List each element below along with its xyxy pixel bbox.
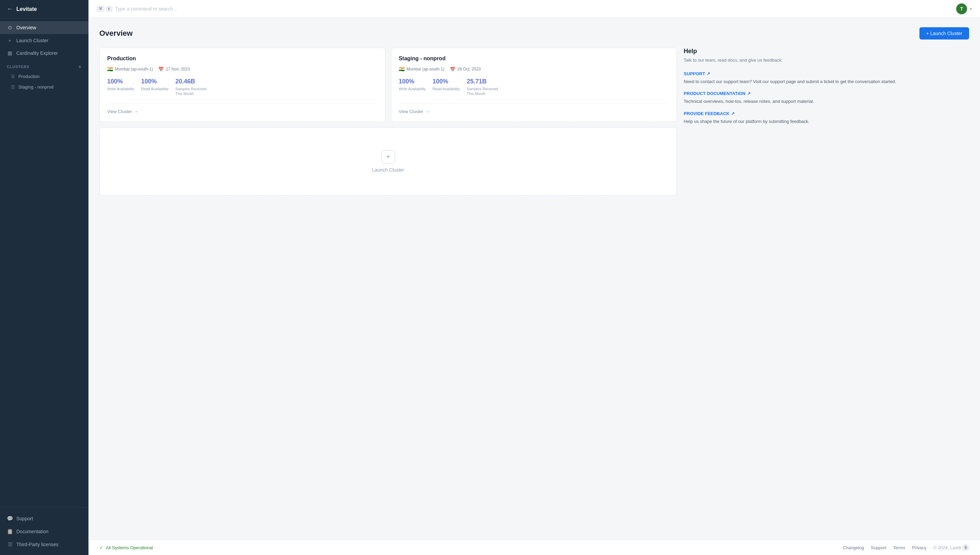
list-icon: ☰	[11, 74, 15, 79]
date-text: 17 Nov, 2023	[166, 67, 190, 72]
cluster-region: 🇮🇳 Mumbai (ap-south-1)	[399, 66, 444, 72]
support-link[interactable]: Support	[871, 545, 886, 550]
page-content: Overview + Launch Cluster Production 🇮🇳	[88, 18, 980, 540]
support-description: Need to contact our support team? Visit …	[684, 78, 969, 85]
clusters-row: Production 🇮🇳 Mumbai (ap-south-1) 📅 17 N…	[99, 48, 677, 122]
overview-icon: ⊙	[7, 24, 13, 30]
cluster-region: 🇮🇳 Mumbai (ap-south-1)	[107, 66, 153, 72]
cluster-label: Production	[18, 74, 40, 79]
stat-label: Read Availability	[141, 87, 169, 91]
calendar-icon: 📅	[450, 67, 455, 72]
version-badge: 9	[962, 544, 969, 551]
region-text: Mumbai (ap-south-1)	[407, 67, 444, 72]
system-status: ✓ All Systems Operational	[99, 545, 153, 550]
sidebar-item-documentation[interactable]: 📋 Documentation	[0, 525, 88, 538]
sidebar-item-launch-cluster[interactable]: + Launch Cluster	[0, 34, 88, 47]
back-button[interactable]: ←	[7, 5, 13, 13]
topbar-right: T ▾	[956, 3, 972, 14]
sidebar-item-overview[interactable]: ⊙ Overview	[0, 21, 88, 34]
sidebar-item-third-party-licenses[interactable]: ☰ Third-Party licenses	[0, 538, 88, 551]
stat-value: 100%	[399, 78, 426, 85]
date-text: 26 Oct, 2023	[457, 67, 481, 72]
avatar[interactable]: T	[956, 3, 967, 14]
grid-icon: ▦	[7, 50, 13, 56]
stat-label: Write Availability	[107, 87, 134, 91]
stat-value: 20.46B	[175, 78, 206, 85]
main-content: ⌘ K Type a command or search... T ▾ Over…	[88, 0, 980, 555]
cluster-card-staging: Staging - nonprod 🇮🇳 Mumbai (ap-south-1)…	[391, 48, 677, 122]
flag-icon: 🇮🇳	[399, 66, 404, 72]
copyright: © 2024, Last9 9	[934, 544, 969, 551]
support-link[interactable]: SUPPORT ↗	[684, 71, 969, 76]
stat-value: 100%	[433, 78, 460, 85]
launch-cluster-card[interactable]: + Launch Cluster	[99, 127, 677, 196]
sidebar-item-production[interactable]: ☰ Production	[0, 71, 88, 82]
search-area[interactable]: ⌘ K Type a command or search...	[97, 6, 956, 11]
sidebar-header: ← Levitate	[0, 0, 88, 18]
cluster-name: Production	[107, 56, 378, 62]
licenses-icon: ☰	[7, 541, 13, 547]
write-availability-stat: 100% Write Availability	[107, 78, 134, 96]
read-availability-stat: 100% Read Availability	[141, 78, 169, 96]
stat-label: Write Availability	[399, 87, 426, 91]
samples-received-stat: 25.71B Samples ReceivedThis Month	[467, 78, 498, 96]
support-link-label: SUPPORT	[684, 71, 705, 76]
product-docs-link[interactable]: PRODUCT DOCUMENTATION ↗	[684, 91, 969, 96]
read-availability-stat: 100% Read Availability	[433, 78, 460, 96]
product-docs-link-label: PRODUCT DOCUMENTATION	[684, 91, 745, 96]
feedback-description: Help us shape the future of our platform…	[684, 118, 969, 125]
clusters-area: Production 🇮🇳 Mumbai (ap-south-1) 📅 17 N…	[99, 48, 677, 196]
sidebar-item-label: Launch Cluster	[16, 38, 48, 43]
sidebar-footer: 💬 Support 📋 Documentation ☰ Third-Party …	[0, 508, 88, 555]
modifier-key: ⌘	[97, 6, 104, 11]
flag-icon: 🇮🇳	[107, 66, 113, 72]
sidebar-navigation: ⊙ Overview + Launch Cluster ▦ Cardinalit…	[0, 18, 88, 508]
arrow-icon: →	[425, 109, 430, 114]
terms-link[interactable]: Terms	[893, 545, 905, 550]
app-title: Levitate	[16, 6, 37, 12]
plus-icon: +	[7, 37, 13, 43]
sidebar-item-staging-nonprod[interactable]: ☰ Staging - nonprod	[0, 82, 88, 92]
changelog-link[interactable]: Changelog	[843, 545, 864, 550]
privacy-link[interactable]: Privacy	[912, 545, 927, 550]
list-icon: ☰	[11, 85, 15, 90]
keyboard-shortcut: ⌘ K	[97, 6, 112, 11]
stat-label: Samples ReceivedThis Month	[467, 87, 498, 96]
arrow-icon: ↗	[731, 111, 735, 116]
launch-cluster-label: Launch Cluster	[372, 167, 404, 173]
topbar: ⌘ K Type a command or search... T ▾	[88, 0, 980, 18]
cluster-label: Staging - nonprod	[18, 85, 53, 90]
sidebar-item-cardinality-explorer[interactable]: ▦ Cardinality Explorer	[0, 47, 88, 59]
product-docs-description: Technical overviews, how-tos, release no…	[684, 98, 969, 105]
launch-plus-icon: +	[382, 150, 395, 164]
launch-cluster-button[interactable]: + Launch Cluster	[919, 27, 969, 40]
sidebar: ← Levitate ⊙ Overview + Launch Cluster ▦…	[0, 0, 88, 555]
view-cluster-link-staging[interactable]: View Cluster →	[399, 103, 669, 114]
sidebar-item-label: Documentation	[16, 529, 48, 534]
region-text: Mumbai (ap-south-1)	[115, 67, 153, 72]
cluster-date: 📅 26 Oct, 2023	[450, 67, 481, 72]
content-grid: Production 🇮🇳 Mumbai (ap-south-1) 📅 17 N…	[99, 48, 969, 196]
status-text: All Systems Operational	[106, 545, 153, 550]
cluster-meta: 🇮🇳 Mumbai (ap-south-1) 📅 26 Oct, 2023	[399, 66, 669, 72]
stat-value: 100%	[141, 78, 169, 85]
view-cluster-link-production[interactable]: View Cluster →	[107, 103, 378, 114]
calendar-icon: 📅	[158, 67, 164, 72]
footer-links: Changelog Support Terms Privacy © 2024, …	[843, 544, 969, 551]
clusters-section-label: CLUSTERS	[7, 65, 29, 69]
help-link-feedback: PROVIDE FEEDBACK ↗ Help us shape the fut…	[684, 111, 969, 125]
cluster-card-production: Production 🇮🇳 Mumbai (ap-south-1) 📅 17 N…	[99, 48, 385, 122]
search-placeholder: Type a command or search...	[115, 6, 177, 11]
feedback-link[interactable]: PROVIDE FEEDBACK ↗	[684, 111, 969, 116]
cluster-meta: 🇮🇳 Mumbai (ap-south-1) 📅 17 Nov, 2023	[107, 66, 378, 72]
k-key: K	[106, 6, 112, 11]
sidebar-item-support[interactable]: 💬 Support	[0, 512, 88, 525]
cluster-stats: 100% Write Availability 100% Read Availa…	[399, 78, 669, 96]
help-title: Help	[684, 48, 969, 55]
arrow-icon: ↗	[707, 71, 710, 76]
chevron-down-icon[interactable]: ▾	[970, 6, 972, 11]
section-toggle-icon[interactable]: ∧	[78, 64, 82, 69]
clusters-section: CLUSTERS ∧	[0, 59, 88, 71]
view-cluster-label: View Cluster	[107, 109, 132, 114]
sidebar-item-label: Support	[16, 516, 33, 521]
